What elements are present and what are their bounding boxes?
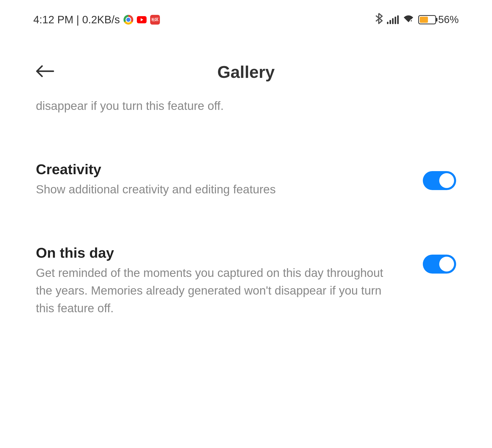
- setting-description: Show additional creativity and editing f…: [36, 181, 402, 198]
- youtube-icon: [137, 16, 147, 23]
- toggle-knob: [439, 173, 454, 188]
- toggle-knob: [439, 257, 454, 272]
- partial-description-text: disappear if you turn this feature off.: [36, 97, 456, 115]
- chrome-icon: [124, 15, 133, 25]
- battery-percent: 56%: [438, 14, 459, 25]
- back-button[interactable]: [36, 63, 54, 81]
- status-bar: 4:12 PM | 0.2KB/s 社区: [13, 0, 479, 37]
- setting-on-this-day[interactable]: On this day Get reminded of the moments …: [36, 244, 456, 317]
- on-this-day-toggle[interactable]: [423, 255, 456, 274]
- status-bar-left: 4:12 PM | 0.2KB/s 社区: [33, 14, 160, 26]
- status-app-icons: 社区: [124, 15, 160, 25]
- setting-text-block: On this day Get reminded of the moments …: [36, 244, 402, 317]
- setting-creativity[interactable]: Creativity Show additional creativity an…: [36, 161, 456, 198]
- setting-description: Get reminded of the moments you captured…: [36, 264, 402, 317]
- wifi-icon: [403, 14, 414, 25]
- status-time: 4:12 PM | 0.2KB/s: [33, 14, 120, 26]
- cellular-signal-icon: [387, 15, 399, 24]
- battery-indicator: 56%: [418, 14, 459, 25]
- setting-text-block: Creativity Show additional creativity an…: [36, 161, 402, 198]
- settings-content: disappear if you turn this feature off. …: [13, 97, 479, 317]
- miui-app-icon: 社区: [150, 15, 160, 25]
- page-header: Gallery: [13, 37, 479, 97]
- setting-title: Creativity: [36, 161, 402, 178]
- page-title: Gallery: [36, 62, 456, 82]
- setting-title: On this day: [36, 244, 402, 261]
- creativity-toggle[interactable]: [423, 171, 456, 190]
- status-bar-right: 56%: [375, 13, 459, 26]
- battery-icon: [418, 15, 436, 24]
- bluetooth-icon: [375, 13, 383, 26]
